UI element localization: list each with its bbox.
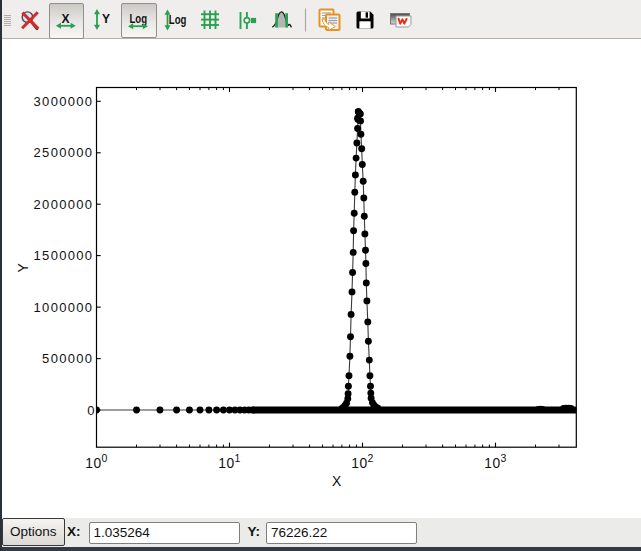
svg-text:101: 101	[218, 452, 240, 471]
svg-text:0: 0	[87, 403, 96, 418]
svg-text:1000000: 1000000	[34, 300, 94, 315]
svg-text:Y: Y	[102, 12, 110, 26]
svg-text:X: X	[61, 12, 69, 26]
svg-text:X: X	[332, 474, 341, 489]
svg-text:Y: Y	[16, 263, 31, 272]
svg-text:3000000: 3000000	[34, 94, 94, 109]
svg-text:102: 102	[351, 452, 373, 471]
svg-text:1500000: 1500000	[34, 248, 94, 263]
svg-text:2500000: 2500000	[34, 145, 94, 160]
svg-text:2000000: 2000000	[34, 197, 94, 212]
svg-text:500000: 500000	[42, 351, 93, 366]
svg-text:Log: Log	[169, 13, 187, 26]
svg-text:103: 103	[484, 452, 506, 471]
svg-text:100: 100	[85, 452, 107, 471]
svg-text:Log: Log	[130, 12, 148, 25]
